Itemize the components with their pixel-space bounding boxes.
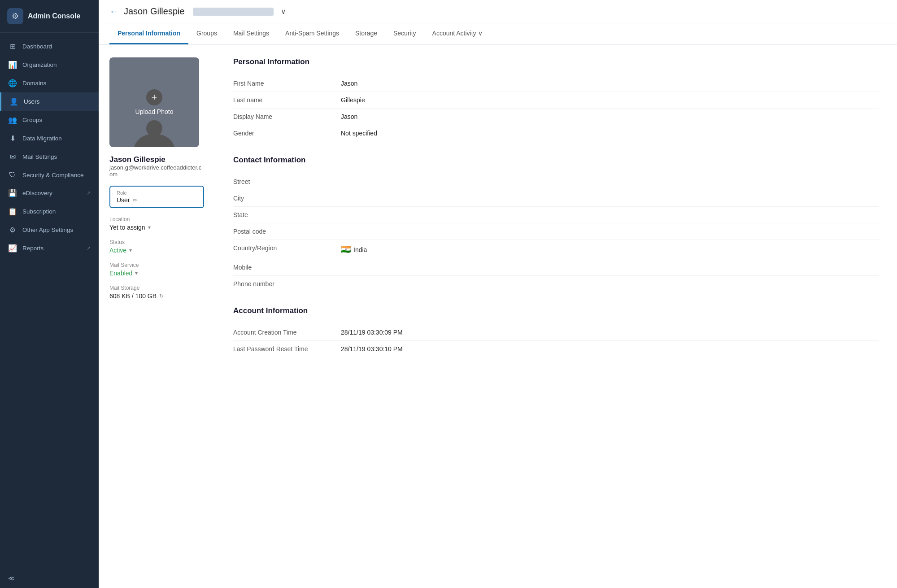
location-value-row: Yet to assign ▾ [109, 224, 204, 231]
location-dropdown[interactable]: ▾ [148, 224, 151, 231]
account-info-table: Account Creation Time28/11/19 03:30:09 P… [233, 324, 879, 357]
info-value: Jason [341, 80, 879, 87]
nav-icon-subscription: 📋 [8, 207, 17, 216]
sidebar-item-users[interactable]: 👤 Users [0, 92, 99, 111]
tab-arrow-activity: ∨ [478, 30, 483, 37]
role-box: Role User ✏ [109, 186, 204, 208]
sidebar-item-reports[interactable]: 📈 Reports ↗ [0, 239, 99, 257]
location-value: Yet to assign [109, 224, 145, 231]
sidebar-item-ediscovery[interactable]: 💾 eDiscovery ↗ [0, 184, 99, 202]
info-key: Country/Region [233, 244, 332, 252]
sidebar-item-domains[interactable]: 🌐 Domains [0, 74, 99, 92]
info-value: 🇮🇳India [341, 244, 879, 254]
top-bar: ← Jason Gillespie ∨ [99, 0, 897, 23]
sidebar-item-data-migration[interactable]: ⬇ Data Migration [0, 129, 99, 148]
nav-icon-dashboard: ⊞ [8, 42, 17, 51]
nav-icon-users: 👤 [9, 97, 18, 106]
nav-icon-mail-settings: ✉ [8, 152, 17, 161]
upload-plus-icon: + [146, 89, 162, 105]
nav-icon-ediscovery: 💾 [8, 189, 17, 197]
mail-service-value-row: Enabled ▾ [109, 270, 204, 277]
left-panel: + Upload Photo Jason Gillespie jason.g@w… [99, 45, 215, 588]
sidebar-item-security[interactable]: 🛡 Security & Compliance [0, 166, 99, 184]
back-button[interactable]: ← [109, 6, 118, 17]
nav-icon-other-app: ⚙ [8, 226, 17, 234]
mail-service-value: Enabled [109, 270, 132, 277]
table-row: Last Password Reset Time28/11/19 03:30:1… [233, 341, 879, 357]
status-field: Status Active ▾ [109, 239, 204, 254]
contact-info-table: StreetCityStatePostal codeCountry/Region… [233, 174, 879, 292]
content-area: + Upload Photo Jason Gillespie jason.g@w… [99, 45, 897, 588]
nav-icon-groups: 👥 [8, 116, 17, 124]
main-content: ← Jason Gillespie ∨ Personal Information… [99, 0, 897, 588]
nav-label-reports: Reports [22, 245, 44, 252]
status-value: Active [109, 247, 126, 254]
user-info-block: Jason Gillespie jason.g@workdrive.coffee… [109, 155, 204, 178]
info-key: Gender [233, 130, 332, 137]
table-row: City [233, 190, 879, 207]
tab-activity[interactable]: Account Activity ∨ [424, 23, 491, 44]
sidebar-item-mail-settings[interactable]: ✉ Mail Settings [0, 148, 99, 166]
role-edit-icon[interactable]: ✏ [133, 197, 138, 204]
role-value-row: User ✏ [117, 196, 197, 204]
sidebar-header: ⚙ Admin Console [0, 0, 99, 33]
personal-info-table: First NameJasonLast nameGillespieDisplay… [233, 75, 879, 141]
tab-mail[interactable]: Mail Settings [225, 23, 277, 44]
tab-antispam[interactable]: Anti-Spam Settings [277, 23, 347, 44]
user-dropdown-arrow[interactable]: ∨ [281, 7, 286, 16]
info-value: Not specified [341, 130, 879, 137]
mail-storage-refresh[interactable]: ↻ [159, 293, 164, 299]
nav-icon-data-migration: ⬇ [8, 134, 17, 143]
info-key: City [233, 195, 332, 202]
info-value: 28/11/19 03:30:09 PM [341, 329, 879, 336]
sidebar: ⚙ Admin Console ⊞ Dashboard 📊 Organizati… [0, 0, 99, 588]
table-row: GenderNot specified [233, 125, 879, 141]
nav-icon-reports: 📈 [8, 244, 17, 253]
collapse-icon: ≪ [8, 575, 15, 582]
nav-label-subscription: Subscription [22, 208, 56, 215]
sidebar-item-organization[interactable]: 📊 Organization [0, 56, 99, 74]
sidebar-item-groups[interactable]: 👥 Groups [0, 111, 99, 129]
nav-label-users: Users [24, 98, 39, 105]
table-row: Account Creation Time28/11/19 03:30:09 P… [233, 324, 879, 341]
table-row: Phone number [233, 276, 879, 292]
info-value: 28/11/19 03:30:10 PM [341, 345, 879, 353]
flag-icon: 🇮🇳 [341, 245, 351, 254]
avatar-upload[interactable]: + Upload Photo [109, 57, 199, 147]
tab-security[interactable]: Security [385, 23, 424, 44]
info-key: Account Creation Time [233, 329, 332, 336]
nav-label-domains: Domains [22, 80, 46, 87]
info-value: Gillespie [341, 96, 879, 104]
app-title: Admin Console [28, 12, 80, 20]
table-row: State [233, 207, 879, 223]
sidebar-collapse[interactable]: ≪ [0, 568, 99, 588]
sidebar-item-dashboard[interactable]: ⊞ Dashboard [0, 37, 99, 56]
mail-service-label: Mail Service [109, 262, 204, 268]
table-row: Mobile [233, 259, 879, 276]
tab-personal[interactable]: Personal Information [109, 23, 188, 44]
upload-label: Upload Photo [135, 108, 174, 115]
personal-info-title: Personal Information [233, 57, 879, 66]
status-dropdown[interactable]: ▾ [129, 247, 132, 253]
tab-storage[interactable]: Storage [347, 23, 385, 44]
nav-label-organization: Organization [22, 61, 57, 68]
sidebar-nav: ⊞ Dashboard 📊 Organization 🌐 Domains 👤 U… [0, 33, 99, 568]
tabs-bar: Personal InformationGroupsMail SettingsA… [99, 23, 897, 45]
table-row: Postal code [233, 223, 879, 240]
mail-storage-field: Mail Storage 608 KB / 100 GB ↻ [109, 285, 204, 300]
info-key: Postal code [233, 228, 332, 235]
nav-label-data-migration: Data Migration [22, 135, 62, 142]
mail-service-dropdown[interactable]: ▾ [135, 270, 138, 276]
sidebar-item-other-app[interactable]: ⚙ Other App Settings [0, 221, 99, 239]
info-key: Phone number [233, 280, 332, 287]
user-display-name: Jason Gillespie [109, 155, 204, 164]
nav-label-groups: Groups [22, 117, 42, 123]
nav-label-dashboard: Dashboard [22, 43, 52, 50]
info-key: Street [233, 178, 332, 185]
info-key: First Name [233, 80, 332, 87]
nav-label-ediscovery: eDiscovery [22, 190, 52, 196]
info-key: State [233, 211, 332, 218]
sidebar-item-subscription[interactable]: 📋 Subscription [0, 202, 99, 221]
table-row: Display NameJason [233, 109, 879, 125]
tab-groups[interactable]: Groups [188, 23, 225, 44]
